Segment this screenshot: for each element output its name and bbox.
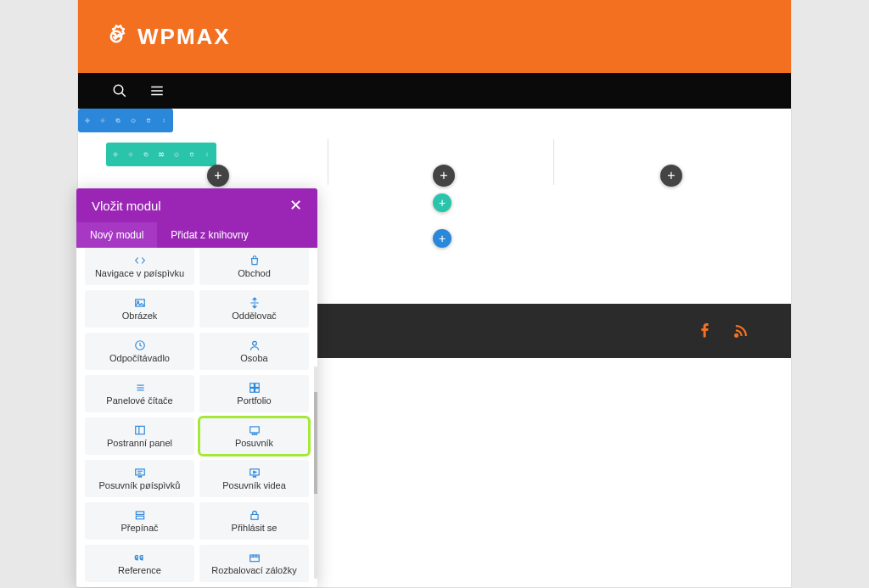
module-label: Přepínač: [121, 523, 158, 533]
svg-point-34: [254, 434, 255, 434]
power-icon[interactable]: [127, 115, 139, 126]
scrollbar-track: [314, 367, 317, 579]
duplicate-icon[interactable]: [140, 148, 152, 160]
trash-icon[interactable]: [143, 115, 154, 126]
module-quote[interactable]: Reference: [85, 545, 194, 582]
svg-point-43: [255, 476, 255, 477]
module-label: Posuvník videa: [222, 480, 286, 490]
add-module-button[interactable]: +: [207, 165, 229, 187]
svg-point-33: [252, 434, 253, 434]
scrollbar-thumb[interactable]: [314, 392, 317, 494]
menu-icon[interactable]: [149, 83, 165, 98]
module-slider[interactable]: Posuvník: [199, 417, 309, 455]
slider-icon: [249, 424, 261, 436]
svg-point-9: [164, 120, 165, 121]
quote-icon: [134, 552, 146, 563]
grid-icon: [249, 382, 261, 394]
site-logo[interactable]: WPMAX: [104, 24, 231, 50]
svg-point-42: [253, 476, 254, 477]
module-sidepanel[interactable]: Postranní panel: [85, 417, 194, 455]
module-label: Odpočítávadlo: [109, 353, 170, 363]
module-bag[interactable]: Obchod: [199, 248, 309, 285]
module-list[interactable]: Panelové čítače: [85, 375, 194, 412]
column-divider: [328, 139, 328, 185]
module-image[interactable]: Obrázek: [85, 290, 194, 328]
module-person[interactable]: Osoba: [199, 333, 309, 370]
video-icon: [249, 467, 261, 479]
svg-rect-7: [117, 120, 120, 122]
svg-point-10: [164, 121, 165, 122]
module-label: Přihlásit se: [232, 523, 278, 533]
section-toolbar: [78, 109, 173, 132]
module-label: Postranní panel: [107, 438, 172, 448]
svg-rect-45: [136, 516, 143, 519]
image-icon: [134, 297, 146, 309]
logo-text: WPMAX: [137, 24, 231, 50]
add-row-button[interactable]: +: [433, 193, 451, 212]
svg-rect-29: [255, 389, 259, 393]
svg-rect-14: [162, 153, 164, 156]
module-label: Posuvník pøíspìvků: [99, 480, 181, 490]
svg-rect-32: [249, 427, 259, 433]
module-clock[interactable]: Odpočítávadlo: [85, 333, 194, 370]
svg-rect-28: [249, 389, 254, 393]
person-icon: [249, 339, 261, 351]
power-icon[interactable]: [171, 148, 182, 160]
duplicate-icon[interactable]: [112, 115, 124, 126]
add-module-button[interactable]: +: [660, 165, 682, 187]
svg-rect-36: [135, 469, 144, 475]
popup-header: Vložit modul ✕: [76, 188, 317, 222]
module-label: Reference: [118, 565, 161, 575]
bag-icon: [249, 255, 261, 266]
svg-point-22: [252, 341, 256, 345]
module-tabs[interactable]: Rozbalovací záložky: [199, 545, 309, 582]
svg-point-8: [164, 119, 165, 120]
module-toggle[interactable]: Přepínač: [85, 502, 194, 540]
module-label: Navigace v pøíspìvku: [95, 268, 184, 278]
module-divider[interactable]: Oddělovač: [199, 290, 309, 328]
popup-tabs: Nový modul Přidat z knihovny: [76, 222, 317, 248]
columns-icon[interactable]: [155, 148, 167, 160]
lock-icon: [249, 509, 261, 521]
module-label: Oddělovač: [232, 311, 277, 321]
module-lock[interactable]: Přihlásit se: [199, 502, 309, 540]
slider2-icon: [134, 467, 146, 479]
tab-new-module[interactable]: Nový modul: [76, 222, 157, 248]
search-icon[interactable]: [112, 83, 127, 98]
svg-rect-12: [145, 154, 148, 156]
module-grid[interactable]: Portfolio: [199, 375, 309, 412]
list-icon: [134, 382, 146, 394]
divider-icon: [249, 297, 261, 309]
tab-library[interactable]: Přidat z knihovny: [157, 222, 261, 248]
trash-icon[interactable]: [186, 148, 198, 160]
module-label: Obrázek: [122, 311, 158, 321]
facebook-icon[interactable]: [698, 323, 713, 339]
gear-icon[interactable]: [125, 148, 137, 160]
dots-icon[interactable]: [158, 115, 170, 126]
svg-rect-26: [249, 384, 254, 388]
svg-point-16: [207, 154, 208, 155]
add-section-button[interactable]: +: [433, 229, 451, 248]
sidepanel-icon: [134, 424, 146, 436]
add-module-button[interactable]: +: [433, 165, 455, 187]
move-icon[interactable]: [81, 115, 93, 126]
toggle-icon: [134, 509, 146, 521]
module-slider2[interactable]: Posuvník pøíspìvků: [85, 460, 194, 497]
svg-point-39: [138, 476, 139, 477]
svg-point-1: [114, 85, 123, 94]
module-video[interactable]: Posuvník videa: [199, 460, 309, 497]
rss-icon[interactable]: [733, 323, 748, 339]
module-label: Osoba: [240, 353, 267, 363]
close-icon[interactable]: ✕: [289, 196, 302, 215]
clock-icon: [134, 339, 146, 351]
gear-icon[interactable]: [97, 115, 109, 126]
module-code[interactable]: Navigace v pøíspìvku: [85, 248, 194, 285]
dots-icon[interactable]: [201, 148, 213, 160]
move-icon[interactable]: [109, 148, 121, 160]
top-nav: [78, 73, 791, 109]
module-label: Rozbalovací záložky: [211, 565, 296, 575]
svg-point-17: [207, 155, 208, 156]
svg-rect-27: [255, 384, 259, 388]
popup-title: Vložit modul: [92, 199, 161, 213]
svg-point-40: [140, 476, 141, 477]
